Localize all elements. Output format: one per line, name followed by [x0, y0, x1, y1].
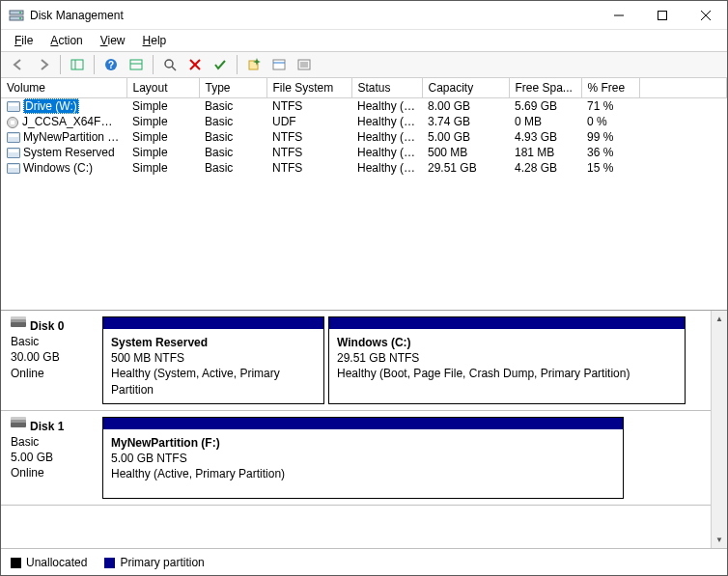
col-pctfree[interactable]: % Free [581, 78, 639, 98]
volume-status: Healthy (P... [351, 114, 422, 129]
volume-capacity: 3.74 GB [422, 114, 509, 129]
show-hide-tree-button[interactable] [66, 54, 89, 75]
partition[interactable]: MyNewPartition (F:)5.00 GB NTFSHealthy (… [102, 417, 624, 499]
toolbar: ? [1, 51, 727, 78]
disk-name: Disk 0 [30, 319, 64, 333]
forward-button[interactable] [32, 54, 55, 75]
disk-row[interactable]: Disk 1Basic5.00 GBOnlineMyNewPartition (… [1, 411, 711, 506]
partition-status: Healthy (Active, Primary Partition) [111, 466, 615, 481]
disk-header[interactable]: Disk 0Basic30.00 GBOnline [1, 311, 102, 410]
col-type[interactable]: Type [199, 78, 266, 98]
volume-type: Basic [199, 145, 266, 160]
drive-icon [7, 148, 20, 158]
volume-fs: UDF [266, 114, 351, 129]
partition-name: Windows (C:) [337, 335, 677, 350]
col-layout[interactable]: Layout [126, 78, 199, 98]
new-button[interactable] [242, 54, 266, 75]
partition[interactable]: System Reserved500 MB NTFSHealthy (Syste… [102, 316, 324, 404]
volume-type: Basic [199, 129, 266, 145]
ok-button[interactable] [209, 54, 232, 75]
volume-status: Healthy (A... [351, 129, 422, 145]
volume-layout: Simple [126, 114, 199, 129]
delete-button[interactable] [183, 54, 207, 75]
volume-row[interactable]: MyNewPartition (F:)SimpleBasicNTFSHealth… [1, 129, 727, 145]
svg-rect-8 [71, 60, 83, 69]
col-capacity[interactable]: Capacity [422, 78, 509, 98]
partition-name: MyNewPartition (F:) [111, 435, 615, 451]
disk-header[interactable]: Disk 1Basic5.00 GBOnline [1, 411, 102, 505]
minimize-button[interactable] [597, 1, 640, 29]
disk-icon [11, 423, 26, 427]
volume-free: 5.69 GB [509, 98, 581, 115]
volume-list[interactable]: Volume Layout Type File System Status Ca… [1, 78, 727, 310]
volume-capacity: 8.00 GB [422, 98, 509, 115]
volume-row[interactable]: System ReservedSimpleBasicNTFSHealthy (S… [1, 145, 727, 160]
close-button[interactable] [684, 1, 727, 29]
disk-name: Disk 1 [30, 420, 64, 433]
menu-file[interactable]: File [7, 32, 41, 49]
menu-help[interactable]: Help [135, 32, 175, 49]
legend-primary: Primary partition [104, 556, 204, 569]
svg-line-15 [172, 67, 176, 70]
volume-layout: Simple [126, 98, 199, 115]
volume-fs: NTFS [266, 160, 351, 176]
volume-name: Windows (C:) [23, 161, 93, 175]
disk-row[interactable]: Disk 0Basic30.00 GBOnlineSystem Reserved… [1, 311, 711, 411]
volume-fs: NTFS [266, 98, 351, 115]
col-filesystem[interactable]: File System [266, 78, 351, 98]
find-button[interactable] [158, 54, 182, 75]
column-header-row[interactable]: Volume Layout Type File System Status Ca… [1, 78, 727, 98]
volume-layout: Simple [126, 160, 199, 176]
volume-status: Healthy (B... [351, 160, 422, 176]
partition-info: 5.00 GB NTFS [111, 451, 615, 466]
svg-point-3 [19, 17, 21, 19]
disk-type: Basic [11, 334, 93, 349]
volume-free: 4.28 GB [509, 160, 581, 176]
volume-pct: 71 % [581, 98, 639, 115]
volume-row[interactable]: J_CCSA_X64FRE_E...SimpleBasicUDFHealthy … [1, 114, 727, 129]
volume-fs: NTFS [266, 145, 351, 160]
partition-status: Healthy (Boot, Page File, Crash Dump, Pr… [337, 366, 677, 381]
col-free[interactable]: Free Spa... [509, 78, 581, 98]
partition[interactable]: Windows (C:)29.51 GB NTFSHealthy (Boot, … [328, 316, 686, 404]
partition-bar [103, 317, 323, 329]
volume-status: Healthy (A... [351, 98, 422, 115]
volume-fs: NTFS [266, 129, 351, 145]
list-button[interactable] [293, 54, 316, 75]
col-volume[interactable]: Volume [1, 78, 126, 98]
menu-action[interactable]: Action [42, 32, 90, 49]
scroll-up-button[interactable]: ▲ [712, 311, 727, 327]
disk-state: Online [11, 465, 93, 480]
volume-capacity: 500 MB [422, 145, 509, 160]
titlebar: Disk Management [1, 1, 727, 30]
settings-button[interactable] [125, 54, 148, 75]
scroll-down-button[interactable]: ▼ [712, 532, 727, 548]
volume-row[interactable]: Windows (C:)SimpleBasicNTFSHealthy (B...… [1, 160, 727, 176]
svg-point-14 [165, 60, 173, 68]
menu-view[interactable]: View [93, 32, 133, 49]
scroll-track[interactable] [712, 327, 727, 532]
volume-pct: 0 % [581, 114, 639, 129]
help-button[interactable]: ? [99, 54, 123, 75]
volume-name: System Reserved [23, 146, 115, 159]
volume-name: MyNewPartition (F:) [23, 130, 126, 144]
app-icon [9, 8, 24, 23]
volume-free: 0 MB [509, 114, 581, 129]
volume-status: Healthy (S... [351, 145, 422, 160]
volume-type: Basic [199, 160, 266, 176]
back-button[interactable] [7, 54, 30, 75]
col-status[interactable]: Status [351, 78, 422, 98]
volume-row[interactable]: Drive (W:)SimpleBasicNTFSHealthy (A...8.… [1, 98, 727, 115]
drive-icon [7, 101, 20, 112]
svg-rect-5 [658, 11, 666, 19]
volume-free: 181 MB [509, 145, 581, 160]
vertical-scrollbar[interactable]: ▲ ▼ [711, 311, 727, 548]
properties-button[interactable] [267, 54, 291, 75]
disk-map: Disk 0Basic30.00 GBOnlineSystem Reserved… [1, 310, 727, 575]
drive-icon [7, 163, 20, 174]
svg-point-2 [19, 12, 21, 14]
volume-free: 4.93 GB [509, 129, 581, 145]
cd-icon [7, 117, 18, 128]
maximize-button[interactable] [640, 1, 684, 29]
window-title: Disk Management [30, 9, 597, 22]
